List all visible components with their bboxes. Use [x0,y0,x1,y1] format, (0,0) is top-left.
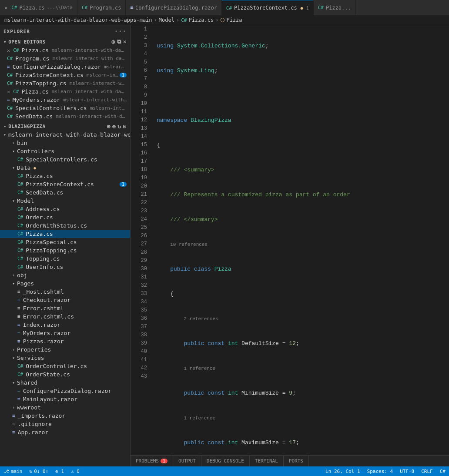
tree-services[interactable]: ▾ Services [0,354,130,362]
tree-gitignore[interactable]: ≡ .gitignore [0,420,130,428]
close-pizza-cs-2[interactable]: ✕ [7,89,10,95]
open-editor-myorders[interactable]: ≡ MyOrders.razor mslearn-interact-with-d… [0,96,130,104]
tree-app-razor[interactable]: ≡ App.razor [0,428,130,436]
tree-order[interactable]: C# Order.cs [0,213,130,221]
breadcrumb-part-2[interactable]: Model [159,17,174,23]
tree-pizzas[interactable]: ≡ Pizzas.razor [0,337,130,345]
tree-topping[interactable]: C# Topping.cs [0,255,130,263]
tree-order-controller[interactable]: C# OrderController.cs [0,362,130,370]
code-line-2: using System.Linq; [157,67,449,75]
open-editor-seeddata[interactable]: C# SeedData.cs mslearn-interact-with-d..… [0,112,130,121]
status-line-ending[interactable]: CRLF [421,469,433,474]
collapse-bp-icon[interactable]: ⊟ [123,123,127,130]
code-content[interactable]: using System.Collections.Generic; using … [152,25,449,455]
output-tab[interactable]: OUTPUT [173,456,201,467]
tree-root[interactable]: ▾ mslearn-interact-with-data-blazor-we..… [0,131,130,139]
status-branch[interactable]: ⎇ main [3,469,23,474]
more-actions-icon[interactable]: ··· [114,28,127,35]
status-line-col[interactable]: Ln 26, Col 1 [325,469,360,474]
tree-properties[interactable]: › Properties [0,345,130,354]
ln-23: 23 [131,207,147,215]
tab-program-cs[interactable]: C# Program.cs [77,0,126,15]
open-editor-pizza-cs-2[interactable]: ✕ C# Pizza.cs mslearn-interact-with-data… [0,87,130,96]
tree-order-state[interactable]: C# OrderState.cs [0,370,130,379]
open-editor-special-controllers[interactable]: C# SpecialControllers.cs mslearn-interac… [0,104,130,112]
tree-myorders[interactable]: ≡ MyOrders.razor [0,329,130,337]
tab-pizza-cs-data[interactable]: ✕ C# Pizza.cs ...\\Data [0,0,77,15]
app-razor-label: App.razor [18,429,48,436]
status-warnings[interactable]: ⚠ 0 [71,469,80,474]
tree-configure-pizza[interactable]: ≡ ConfigurePizzaDialog.razor [0,387,130,395]
tree-pizza-cs-data[interactable]: C# Pizza.cs [0,172,130,180]
host-icon: ≡ [17,289,20,295]
status-spaces[interactable]: Spaces: 4 [367,469,393,474]
tree-pizza-special[interactable]: C# PizzaSpecial.cs [0,238,130,246]
tree-error-cshtml-cs[interactable]: ≡ Error.cshtml.cs [0,312,130,321]
tree-model[interactable]: ▾ Model [0,197,130,205]
tree-index[interactable]: ≡ Index.razor [0,321,130,329]
split-editor-icon[interactable]: ⧉ [117,38,121,45]
new-folder-bp-icon[interactable]: ⊕ [112,123,116,130]
breadcrumb-part-3[interactable]: Pizza.cs [188,17,214,23]
ln-35: 35 [131,306,147,315]
code-line-12b: public const int DefaultSize = 12; [157,339,449,348]
pages-arrow: ▾ [12,281,15,286]
tab-configure-pizza[interactable]: ≡ ConfigurePizzaDialog.razor [126,0,221,15]
tab-pizza-2[interactable]: C# Pizza... [314,0,356,15]
tree-shared[interactable]: ▾ Shared [0,379,130,387]
tree-main-layout[interactable]: ≡ MainLayout.razor [0,395,130,403]
status-sync[interactable]: ↻ 0↓ 0↑ [30,469,49,474]
open-editor-pizza-cs[interactable]: ✕ C# Pizza.cs mslearn-interact-with-data… [0,46,130,54]
tree-address[interactable]: C# Address.cs [0,205,130,213]
tree-orderwithstatus[interactable]: C# OrderWithStatus.cs [0,221,130,230]
tree-imports[interactable]: ≡ _Imports.razor [0,412,130,420]
tree-data[interactable]: ▾ Data ● [0,164,130,172]
breadcrumb-part-1[interactable]: mslearn-interact-with-data-blazor-web-ap… [4,17,152,23]
tree-checkout[interactable]: ≡ Checkout.razor [0,296,130,304]
open-editor-detail: mslearn-interact-with-data-blaz... [52,47,127,53]
open-editor-configure-pizza[interactable]: ≡ ConfigurePizzaDialog.razor mslearn-int… [0,63,130,71]
tab-pizza-store-context[interactable]: C# PizzaStoreContext.cs ● 1 [222,0,314,15]
open-editors-section[interactable]: ▾ OPEN EDITORS ⊕ ⧉ ✕ [0,37,130,46]
tree-error-cshtml[interactable]: ≡ Error.cshtml [0,304,130,312]
seed-data-icon: C# [17,190,23,195]
tree-special-controllers[interactable]: C# SpecialControllers.cs [0,155,130,164]
ln-29: 29 [131,257,147,265]
code-area[interactable]: 1 2 3 4 5 6 7 8 9 10 11 12 13 14 15 16 1… [131,25,449,455]
problems-tab[interactable]: PROBLEMS 1 [131,456,173,467]
code-line-9: 10 references [157,240,449,248]
tree-host[interactable]: ≡ _Host.cshtml [0,288,130,296]
tree-wwwroot[interactable]: › wwwroot [0,403,130,412]
close-editors-icon[interactable]: ✕ [123,38,127,45]
ln-3: 3 [131,42,147,50]
terminal-tab[interactable]: TERMINAL [250,456,284,467]
blazingpizza-section[interactable]: ▾ BLAZINGPIZZA ⊕ ⊕ ↻ ⊟ [0,122,130,131]
refresh-bp-icon[interactable]: ↻ [117,123,121,130]
tab-icon-cs-4: C# [318,5,324,10]
new-file-icon[interactable]: ⊕ [111,38,115,45]
ln-17: 17 [131,158,147,166]
status-errors[interactable]: ⊗ 1 [55,469,64,474]
controllers-arrow: ▾ [12,149,15,154]
debug-console-tab[interactable]: DEBUG CONSOLE [201,456,250,467]
tree-seed-data[interactable]: C# SeedData.cs [0,188,130,197]
tree-pages[interactable]: ▾ Pages [0,279,130,288]
tree-pizza-topping[interactable]: C# PizzaTopping.cs [0,246,130,255]
open-editor-pizza-store[interactable]: C# PizzaStoreContext.cs mslearn-inter...… [0,71,130,79]
status-language[interactable]: C# [440,469,446,474]
status-encoding[interactable]: UTF-8 [400,469,414,474]
tree-controllers[interactable]: ▾ Controllers [0,147,130,155]
ports-tab[interactable]: PORTS [284,456,309,467]
new-file-bp-icon[interactable]: ⊕ [107,123,111,130]
close-pizza-cs[interactable]: ✕ [7,47,10,54]
open-editor-program-cs[interactable]: C# Program.cs mslearn-interact-with-data… [0,54,130,63]
code-line-11: { [157,290,449,298]
tree-userinfo[interactable]: C# UserInfo.cs [0,263,130,271]
breadcrumb-part-4[interactable]: Pizza [226,17,242,23]
tree-bin[interactable]: › bin [0,139,130,147]
tree-pizza-cs-model[interactable]: C# Pizza.cs [0,230,130,238]
tree-obj[interactable]: › obj [0,271,130,279]
tab-close-pizza-cs-data[interactable]: ✕ [4,5,7,11]
tree-pizza-store-ctx[interactable]: C# PizzaStoreContext.cs 1 [0,180,130,188]
open-editor-pizza-topping[interactable]: C# PizzaTopping.cs mslearn-interact-with… [0,79,130,87]
